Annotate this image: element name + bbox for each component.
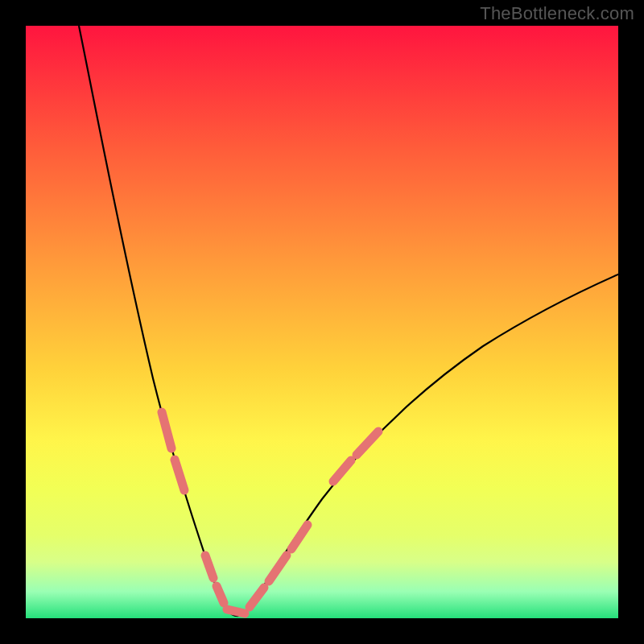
bottleneck-chart: TheBottleneck.com: [0, 0, 644, 644]
plot-background: [26, 26, 618, 618]
chart-svg: [0, 0, 644, 644]
band-marker: [227, 609, 245, 613]
watermark: TheBottleneck.com: [480, 3, 634, 24]
